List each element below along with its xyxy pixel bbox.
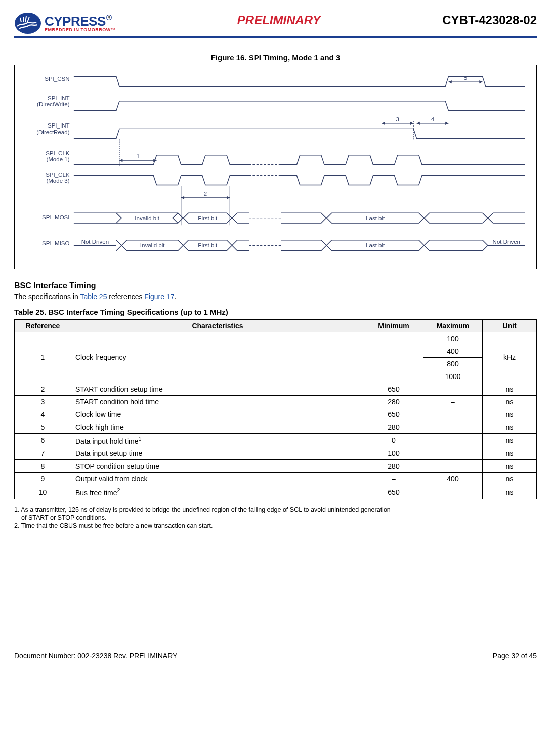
svg-text:4: 4	[431, 116, 435, 122]
svg-text:2: 2	[204, 191, 207, 197]
table-row: 4Clock low time650–ns	[15, 408, 537, 421]
table-header-row: Reference Characteristics Minimum Maximu…	[15, 319, 537, 332]
th-minimum: Minimum	[364, 319, 423, 332]
preliminary-label: PRELIMINARY	[237, 13, 321, 27]
xref-figure17[interactable]: Figure 17	[144, 292, 174, 301]
svg-text:3: 3	[396, 116, 399, 122]
svg-text:1: 1	[137, 153, 140, 159]
svg-text:Last bit: Last bit	[366, 215, 385, 221]
svg-text:(DirectWrite): (DirectWrite)	[37, 101, 70, 107]
section-heading: BSC Interface Timing	[14, 281, 537, 290]
th-characteristics: Characteristics	[71, 319, 364, 332]
svg-text:Not Driven: Not Driven	[493, 239, 520, 245]
logo-icon	[14, 12, 41, 34]
table25-caption: Table 25. BSC Interface Timing Specifica…	[14, 308, 537, 316]
table-row: 8STOP condition setup time280–ns	[15, 460, 537, 473]
th-reference: Reference	[15, 319, 71, 332]
table-row: 2START condition setup time650–ns	[15, 383, 537, 395]
svg-text:Invalid bit: Invalid bit	[135, 215, 159, 221]
section-intro: The specifications in Table 25 reference…	[14, 292, 537, 301]
table-row: 9Output valid from clock–400ns	[15, 473, 537, 485]
table-row: 7Data input setup time100–ns	[15, 447, 537, 460]
svg-text:(Mode 1): (Mode 1)	[46, 156, 69, 162]
note-2: 2. Time that the CBUS must be free befor…	[14, 522, 537, 530]
table-row: 1 Clock frequency – 100 kHz	[15, 332, 537, 345]
label-spi-clk3: SPI_CLK	[46, 172, 70, 178]
logo-text: CYPRESSR EMBEDDED IN TOMORROW™	[45, 15, 115, 32]
page-footer: Document Number: 002-23238 Rev. PRELIMIN…	[14, 652, 537, 660]
registered-icon: R	[106, 15, 112, 20]
table-row: 5Clock high time280–ns	[15, 421, 537, 433]
svg-text:First bit: First bit	[198, 242, 218, 248]
note-1-line2: of START or STOP conditions.	[14, 514, 537, 522]
note-1-line1: 1. As a transmitter, 125 ns of delay is …	[14, 506, 537, 514]
svg-text:First bit: First bit	[198, 215, 218, 221]
svg-text:Last bit: Last bit	[366, 242, 385, 248]
label-spi-mosi: SPI_MOSI	[42, 214, 69, 220]
th-maximum: Maximum	[423, 319, 483, 332]
xref-table25[interactable]: Table 25	[80, 292, 107, 301]
page-header: CYPRESSR EMBEDDED IN TOMORROW™ PRELIMINA…	[14, 12, 537, 38]
label-spi-csn: SPI_CSN	[45, 76, 69, 82]
svg-text:(Mode 3): (Mode 3)	[46, 178, 69, 184]
label-spi-int-dw: SPI_INT	[48, 95, 70, 101]
svg-text:(DirectRead): (DirectRead)	[36, 129, 69, 135]
label-spi-miso: SPI_MISO	[42, 240, 69, 246]
part-number: CYBT-423028-02	[442, 13, 537, 27]
svg-text:Not Driven: Not Driven	[81, 239, 109, 245]
table-row: 3START condition hold time280–ns	[15, 395, 537, 408]
table25: Reference Characteristics Minimum Maximu…	[14, 319, 537, 499]
svg-text:Invalid bit: Invalid bit	[140, 242, 165, 248]
table-row: 6Data input hold time10–ns	[15, 433, 537, 447]
logo-block: CYPRESSR EMBEDDED IN TOMORROW™	[14, 12, 115, 34]
table-row: 10Bus free time2650–ns	[15, 485, 537, 499]
th-unit: Unit	[483, 319, 537, 332]
label-spi-int-dr: SPI_INT	[48, 122, 70, 129]
brand-tagline: EMBEDDED IN TOMORROW™	[45, 28, 115, 32]
figure16-diagram: SPI_CSN SPI_INT (DirectWrite) SPI_INT (D…	[14, 65, 537, 269]
figure16-title: Figure 16. SPI Timing, Mode 1 and 3	[14, 53, 537, 62]
svg-text:5: 5	[464, 75, 467, 81]
svg-point-0	[15, 13, 41, 34]
page-number: Page 32 of 45	[493, 652, 537, 660]
document-number: Document Number: 002-23238 Rev. PRELIMIN…	[14, 652, 177, 660]
brand-name: CYPRESS	[45, 14, 106, 29]
table-notes: 1. As a transmitter, 125 ns of delay is …	[14, 506, 537, 530]
label-spi-clk1: SPI_CLK	[46, 150, 70, 156]
